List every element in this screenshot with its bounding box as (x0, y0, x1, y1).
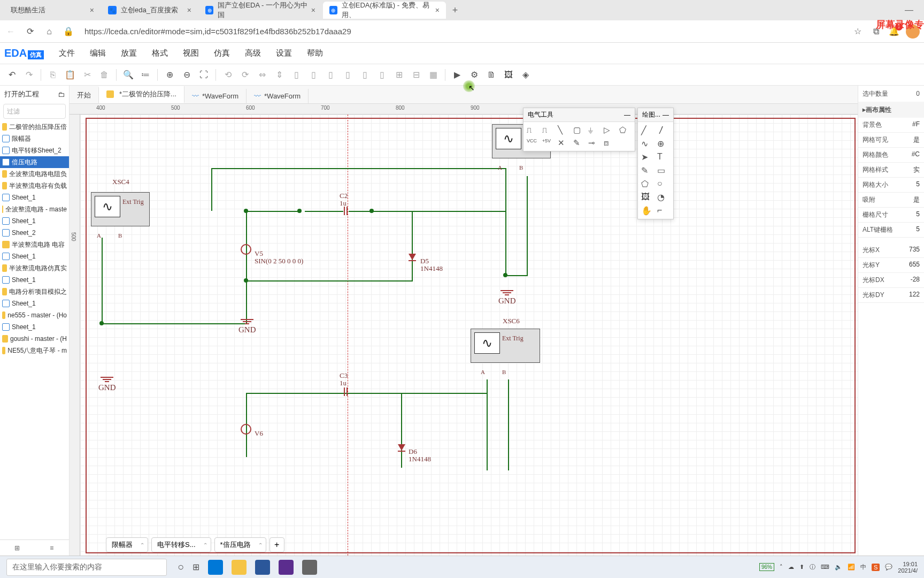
clock-date[interactable]: 2021/4/ (898, 567, 918, 574)
home-icon[interactable]: ⌂ (43, 25, 56, 38)
tool-pie-icon[interactable]: ◔ (657, 192, 670, 202)
align-3-icon[interactable]: ▯ (323, 67, 338, 82)
sheet-tab-1[interactable]: 电平转移S...⌃ (151, 537, 211, 552)
doc-tab-wave1[interactable]: 〰*WaveForm (184, 89, 247, 103)
delete-icon[interactable]: 🗑 (97, 67, 112, 82)
tool-hand-icon[interactable]: ✋ (641, 206, 654, 216)
tool-arrow-icon[interactable]: ➤ (641, 152, 654, 162)
tool-netlabel-icon[interactable]: ▢ (573, 125, 586, 135)
close-icon[interactable]: × (435, 6, 440, 14)
tree-item[interactable]: 半波整流电路 电容 (0, 239, 69, 250)
tree-item[interactable]: Sheet_2 (0, 227, 69, 239)
property-row[interactable]: 吸附是 (858, 193, 924, 208)
doc-tab-wave2[interactable]: 〰*WaveForm (247, 89, 309, 103)
tool-circle-icon[interactable]: ○ (657, 179, 670, 189)
tree-item[interactable]: 电路分析项目模拟之 (0, 286, 69, 298)
battery-icon[interactable]: 96% (759, 563, 774, 571)
filter-input[interactable]: 过滤 (3, 104, 66, 119)
source-v5[interactable] (241, 244, 251, 255)
taskbar-search[interactable]: 在这里输入你要搜索的内容 (6, 559, 167, 576)
rotate-left-icon[interactable]: ⟲ (220, 67, 235, 82)
browser-tab-3[interactable]: ⊕ 立创EDA(标准版) - 免费、易用、 × (323, 2, 446, 19)
cap-c3[interactable] (340, 387, 351, 396)
doc-tab-start[interactable]: 开始 (70, 87, 99, 103)
diode-d5[interactable] (409, 254, 416, 261)
drawing-tools-panel[interactable]: 绘图... — ╱ 〳 ∿ ⊕ ➤ T ✎ ▭ ⬠ ○ 🖼 ◔ ✋ ⌐ (637, 108, 674, 219)
doc-tab-diode[interactable]: *二极管的抬压降... (99, 86, 184, 103)
folder-icon[interactable]: 🗀 (58, 90, 65, 98)
tool-noconnect-icon[interactable]: ⬠ (619, 125, 632, 135)
close-icon[interactable]: × (187, 6, 191, 14)
cap-c2[interactable] (340, 207, 351, 215)
tool-pencil-icon[interactable]: ✎ (641, 165, 654, 176)
tray-up-icon[interactable]: ˄ (780, 564, 783, 571)
tree-item[interactable]: 电平转移Sheet_2 (0, 144, 69, 156)
scope-xsc6[interactable]: ∿ Ext Trig A B (471, 329, 540, 363)
grid-icon[interactable]: ▦ (426, 67, 441, 82)
schematic-canvas[interactable]: XSC4 ∿ Ext Trig A B ∿ A B XSC6 (80, 115, 858, 556)
tree-item[interactable]: Sheet_1 (0, 215, 69, 227)
align-6-icon[interactable]: ▯ (374, 67, 389, 82)
close-icon[interactable]: × (311, 6, 315, 14)
tree-item[interactable]: 全波整流电路电阻负 (0, 168, 69, 180)
tool-text-icon[interactable]: T (657, 152, 670, 162)
tray-update-icon[interactable]: ⬆ (799, 564, 804, 571)
gnd-3[interactable]: GND (500, 290, 518, 305)
tree-item[interactable]: Sheet_1 (0, 274, 69, 286)
back-icon[interactable]: ← (4, 25, 17, 38)
url-field[interactable]: https://lceda.cn/editor#mode=sim,id=c503… (81, 27, 845, 36)
image-icon[interactable]: 🖼 (501, 67, 516, 82)
store-icon[interactable] (255, 560, 270, 575)
flip-v-icon[interactable]: ⇕ (272, 67, 287, 82)
recorder-icon[interactable] (302, 560, 317, 575)
redo-icon[interactable]: ↷ (21, 67, 36, 82)
browser-tab-2[interactable]: ⊕ 国产立创EDA - 一个用心为中国 × (199, 2, 322, 19)
gnd-2[interactable]: GND (241, 319, 258, 333)
chevron-icon[interactable]: ⌃ (140, 542, 144, 548)
scope-xsc4[interactable]: ∿ Ext Trig A B (91, 192, 150, 226)
tool-polyline-icon[interactable]: 〳 (657, 125, 670, 135)
gnd-1[interactable]: GND (101, 377, 118, 391)
align-5-icon[interactable]: ▯ (357, 67, 372, 82)
property-row[interactable]: 网格样式实 (858, 163, 924, 178)
dist-h-icon[interactable]: ⊞ (391, 67, 406, 82)
tree-item[interactable]: 半波整流电容有负载 (0, 180, 69, 192)
explorer-icon[interactable] (232, 560, 247, 575)
minimize-icon[interactable]: — (624, 111, 630, 119)
align-1-icon[interactable]: ▯ (289, 67, 304, 82)
paste-icon[interactable]: 📋 (63, 67, 78, 82)
rotate-right-icon[interactable]: ⟳ (237, 67, 252, 82)
property-row[interactable]: 背景色#F (858, 118, 924, 133)
copy-icon[interactable]: ⎘ (45, 67, 60, 82)
edge-icon[interactable] (208, 560, 223, 575)
tool-image-icon[interactable]: 🖼 (641, 192, 654, 202)
cut-icon[interactable]: ✂ (80, 67, 95, 82)
tool-rect-icon[interactable]: ▭ (657, 165, 670, 176)
tray-sogou-icon[interactable]: S (872, 564, 880, 571)
new-tab-button[interactable]: + (447, 5, 463, 16)
search-icon[interactable]: 🔍 (121, 67, 136, 82)
tray-cloud-icon[interactable]: ☁ (788, 564, 794, 571)
dist-v-icon[interactable]: ⊟ (409, 67, 424, 82)
add-sheet-button[interactable]: + (270, 537, 284, 552)
sheet-tab-2[interactable]: *倍压电路⌃ (214, 537, 266, 552)
tray-wifi-icon[interactable]: 📶 (848, 564, 855, 571)
menu-advanced[interactable]: 高级 (238, 45, 267, 62)
clock-time[interactable]: 19:01 (898, 561, 918, 567)
tray-keyboard-icon[interactable]: ⌨ (821, 564, 829, 571)
property-row[interactable]: 网格可见是 (858, 133, 924, 148)
list-tab[interactable]: ≡ (35, 544, 70, 552)
taskview-icon[interactable]: ⊞ (192, 562, 199, 572)
tree-item[interactable]: 限幅器 (0, 133, 69, 144)
menu-settings[interactable]: 设置 (270, 45, 298, 62)
tool-line-icon[interactable]: ╱ (641, 125, 654, 135)
tray-notif-icon[interactable]: 💬 (885, 564, 892, 571)
menu-file[interactable]: 文件 (52, 45, 81, 62)
tool-circle-add-icon[interactable]: ⊕ (657, 139, 670, 149)
property-row[interactable]: 网格大小5 (858, 178, 924, 193)
tool-ic-icon[interactable]: ⧈ (604, 138, 616, 148)
tool-pen-icon[interactable]: ✎ (573, 138, 586, 148)
tool-port-icon[interactable]: ▷ (604, 125, 616, 135)
list-icon[interactable]: ≔ (138, 67, 153, 82)
tool-bus-icon[interactable]: ⎍ (542, 125, 555, 135)
